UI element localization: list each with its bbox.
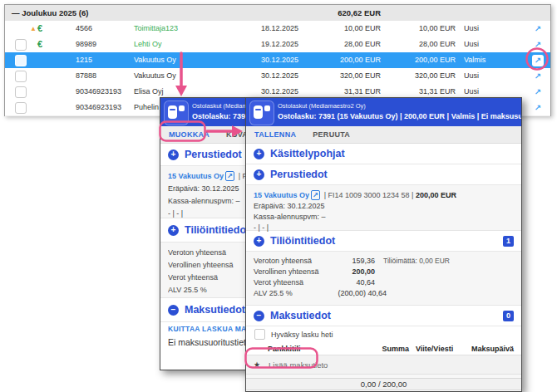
column-header: Viite/Viesti	[416, 345, 471, 353]
payment-table-header: Pankkitili Summa Viite/Viesti Maksupäivä	[246, 342, 521, 355]
amount: 320,00 EUR	[317, 68, 381, 84]
invoice-number: 87888	[76, 68, 96, 84]
amount: 28,00 EUR	[317, 37, 381, 52]
section-perustiedot[interactable]: + Perustiedot	[246, 164, 521, 185]
row-checkbox[interactable]	[15, 55, 27, 66]
invoice-edit-dialog: Ostolaskut (Mediamaestro2 Oy) Ostolasku:…	[245, 97, 522, 392]
tallenna-button[interactable]: TALLENNA	[254, 130, 296, 139]
muokkaa-button[interactable]: MUOKKAA	[169, 130, 209, 139]
open-amount: 28,00 EUR	[392, 37, 456, 52]
open-invoice-icon[interactable]: ↗	[532, 86, 544, 98]
tilioimatta-text: Tiliöimättä: 0,00 EUR	[383, 256, 450, 267]
supplier-link[interactable]: 15 Vakuutus Oy	[254, 191, 309, 199]
row-checkbox[interactable]	[15, 102, 27, 114]
table-row[interactable]: 87888 Vakuutus Oy 30.12.2025 320,00 EUR …	[5, 68, 550, 85]
invoice-number: 90346923193	[76, 84, 121, 100]
invoice-number: 4566	[76, 21, 92, 37]
invoice-number: 90346923193	[76, 100, 121, 115]
supplier-name: Toimittaja123	[134, 21, 178, 37]
expand-icon[interactable]: +	[254, 236, 264, 247]
open-amount: 320,00 EUR	[392, 68, 456, 84]
edit-dialog-menubar: TALLENNA PERUUTA	[246, 126, 521, 144]
total-value: 40,64	[337, 277, 375, 288]
total-label: Veroton yhteensä	[254, 256, 337, 267]
status-label: Uusi	[464, 21, 479, 37]
euro-icon: €	[37, 37, 42, 52]
invoice-number: 1215	[76, 52, 92, 68]
group-header-label[interactable]: — Joulukuu 2025 (6)	[12, 5, 88, 21]
total-value: 200,00	[337, 267, 375, 277]
table-row[interactable]: € 98989 Lehti Oy 19.12.2025 28,00 EUR 28…	[5, 37, 550, 53]
euro-icon: €	[37, 21, 42, 37]
collapse-icon[interactable]: −	[254, 311, 264, 321]
approve-invoice-label: Hyväksy lasku heti	[271, 331, 333, 339]
payment-progress: 0,00 / 200,00	[246, 378, 521, 390]
open-invoice-icon[interactable]: ↗	[532, 23, 544, 35]
maksu-count-badge: 0	[503, 311, 514, 321]
invoice-amount: 200,00 EUR	[416, 191, 456, 199]
expand-icon[interactable]: +	[168, 225, 179, 236]
approve-invoice-row: Hyväksy lasku heti	[246, 326, 521, 342]
star-icon: ★	[254, 360, 260, 369]
section-kasittelypohjat[interactable]: + Käsittelypohjat	[246, 144, 521, 164]
open-amount: 10,00 EUR	[392, 21, 456, 37]
external-link-icon[interactable]: ↗	[225, 171, 234, 181]
open-invoice-icon[interactable]: ↗	[532, 39, 544, 51]
supplier-name: Vakuutus Oy	[134, 52, 176, 68]
approve-invoice-checkbox[interactable]	[254, 329, 265, 340]
status-label: Valmis	[464, 52, 486, 68]
warning-icon: ▲	[30, 21, 37, 37]
external-link-icon[interactable]: ↗	[311, 190, 320, 200]
due-date: 30.12.2025	[261, 68, 298, 84]
open-invoice-icon[interactable]: ↗	[532, 55, 544, 66]
total-value: (200,00) 40,64	[337, 288, 387, 299]
due-date: 19.12.2025	[261, 37, 298, 52]
table-row-selected[interactable]: 1215 Vakuutus Oy 30.12.2025 200,00 EUR 2…	[5, 52, 550, 69]
row-checkbox[interactable]	[15, 39, 27, 51]
supplier-name: Lehti Oy	[134, 37, 162, 52]
group-total: 620,62 EUR	[317, 5, 381, 21]
tiliointi-count-badge: 1	[503, 236, 514, 247]
open-invoice-icon[interactable]: ↗	[532, 102, 544, 114]
add-payment-label: Lisää maksutieto	[269, 360, 328, 370]
edit-dialog-app-title: Ostolaskut (Mediamaestro2 Oy)	[278, 98, 521, 110]
due-date: 30.12.2025	[261, 52, 298, 68]
supplier-name: Vakuutus Oy	[134, 68, 176, 84]
row-checkbox[interactable]	[15, 86, 27, 98]
amount: 200,00 EUR	[317, 52, 381, 68]
column-header: Maksupäivä	[471, 345, 514, 353]
edit-totals: Veroton yhteensä 159,36 Tiliöimättä: 0,0…	[246, 252, 521, 306]
peruuta-button[interactable]: PERUUTA	[313, 130, 350, 139]
collapse-icon[interactable]: −	[168, 305, 179, 316]
edit-dialog-header: Ostolaskut (Mediamaestro2 Oy) Ostolasku:…	[246, 98, 521, 126]
add-payment-row[interactable]: ★ Lisää maksutieto	[246, 355, 521, 375]
due-date-line: Eräpäivä: 30.12.2025	[254, 201, 514, 212]
invoice-number: 98989	[76, 37, 96, 52]
status-label: Uusi	[464, 68, 479, 84]
open-invoice-icon[interactable]: ↗	[532, 71, 544, 82]
edit-dialog-invoice-title: Ostolasku: 7391 (15 Vakuutus Oy) | 200,0…	[278, 110, 521, 120]
group-header-row[interactable]: — Joulukuu 2025 (6) 620,62 EUR	[5, 5, 550, 22]
amount: 10,00 EUR	[317, 21, 381, 37]
open-amount: 200,00 EUR	[392, 52, 456, 68]
expand-icon[interactable]: +	[168, 149, 179, 160]
expand-icon[interactable]: +	[254, 149, 264, 159]
supplier-link[interactable]: 15 Vakuutus Oy	[168, 172, 224, 180]
column-header: Summa	[367, 345, 409, 353]
total-label: Verollinen yhteensä	[254, 267, 337, 277]
column-header: Pankkitili	[268, 345, 367, 353]
app-logo-icon	[164, 100, 189, 125]
expand-icon[interactable]: +	[254, 169, 264, 180]
total-label: ALV 25.5 %	[254, 288, 337, 299]
row-checkbox[interactable]	[15, 71, 27, 82]
status-label: Uusi	[464, 37, 479, 52]
cash-discount-line: Kassa-alennuspvm: –	[254, 212, 514, 223]
table-row[interactable]: ▲ € 4566 Toimittaja123 18.12.2025 10,00 …	[5, 21, 550, 37]
due-date: 18.12.2025	[261, 21, 298, 37]
section-tiliointitiedot[interactable]: + Tiliöintitiedot 1	[246, 231, 521, 252]
app-logo-icon	[249, 100, 274, 125]
total-value: 159,36	[337, 256, 375, 267]
section-maksutiedot[interactable]: − Maksutiedot 0	[246, 306, 521, 326]
edit-basic-info: 15 Vakuutus Oy↗ | FI14 1009 3000 1234 58…	[246, 185, 521, 231]
total-label: Verot yhteensä	[254, 277, 337, 288]
